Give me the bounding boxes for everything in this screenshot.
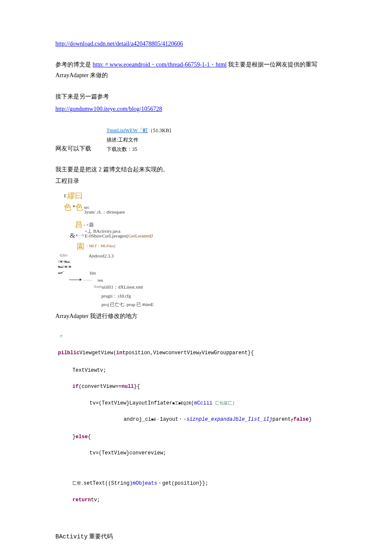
attachment-link[interactable]: TmstListWEW「町	[107, 127, 148, 133]
code-header-2-mono: BActivity	[55, 533, 88, 540]
tree-glyph: 昌	[75, 219, 83, 231]
tree-squares: ■▬©■(+)■	[58, 264, 337, 269]
tree-gen-suffix: [GerLeratmdJ	[127, 233, 153, 238]
tree-glyph: Axufr	[94, 284, 102, 289]
attachment-desc-label: 描述:	[107, 137, 118, 143]
tree-glyph: *	[72, 203, 75, 212]
attachment-size: 51.3KB}	[153, 127, 171, 133]
download-link-1[interactable]: http://download.csdn.net/detail/a4204788…	[55, 40, 183, 47]
code-header-1: ArrayAdapter 我进行修改的地方	[55, 313, 138, 319]
tree-glyph: 園	[77, 241, 84, 252]
ref-link-1[interactable]: http:〃www.eoeandroid・com/thread-66759-1-…	[93, 61, 227, 68]
tree-squares: ▬▪▪″˙	[58, 270, 64, 275]
attachment-count-value: 35	[132, 146, 137, 152]
tree-proguard-label: prugii：±fd.cfg	[101, 292, 131, 300]
ref-text-prefix: 参考的博文是	[55, 61, 93, 68]
dir-label: 工程目录	[55, 178, 79, 184]
combine-note: 我主要是是把这 2 篇博文结合起来实现的。	[55, 166, 169, 173]
tree-glyph: 色	[64, 202, 72, 213]
tree-glyph: &	[70, 231, 75, 241]
attachment-size-prefix: （	[148, 127, 153, 133]
ref-link-2[interactable]: http://gundumw100.iteye.com/blog/1056728	[55, 106, 162, 112]
tree-res-label: res	[98, 277, 103, 284]
attachment-desc-value: 工程文件	[118, 137, 138, 143]
tree-glyph: -EB0-	[59, 253, 68, 259]
arrow-icon	[69, 280, 81, 280]
tree-bin-label: bin	[90, 269, 96, 277]
download-note: 网友可以下载	[55, 145, 91, 152]
tree-glyph: ®	[75, 233, 78, 239]
tree-glyph: E	[64, 193, 66, 199]
project-tree: E 繆曰 色 * 色 src 3yum˙.rL：diriespare 昌 - +…	[64, 190, 337, 308]
tree-glyph: 色	[75, 202, 83, 213]
attachment-count-label: 下载次数：	[107, 146, 132, 152]
tree-glyph: 繆曰	[67, 190, 83, 202]
code-block-1: 〃 pilblicViewgetView(intposition,Viewcon…	[55, 325, 337, 513]
tree-glyph: ---9	[78, 233, 84, 239]
tree-files-label: ：MLT：MLFiles]	[85, 243, 115, 249]
tree-src-sub: 3yum˙.rL：diriespare	[84, 208, 125, 216]
tree-manifest-label: uiiifi1：dXLiiest.xml	[102, 283, 143, 291]
code-block-2: //§已重与 ArrayAdapter finalArrayAdapter<St…	[61, 546, 337, 555]
code-header-2-suffix: 重要代码	[88, 533, 113, 540]
next-ref-intro: 接下来是另一篇参考	[55, 93, 109, 100]
tree-android-label: Android2.3.3	[89, 252, 114, 260]
tree-bactivity-label: +丄 BActivity.java	[85, 228, 121, 235]
tree-project-label: proj 已亡七. prup 已 #timE	[101, 301, 154, 308]
tree-squares: ©■(+)■▬˙,	[58, 259, 337, 264]
